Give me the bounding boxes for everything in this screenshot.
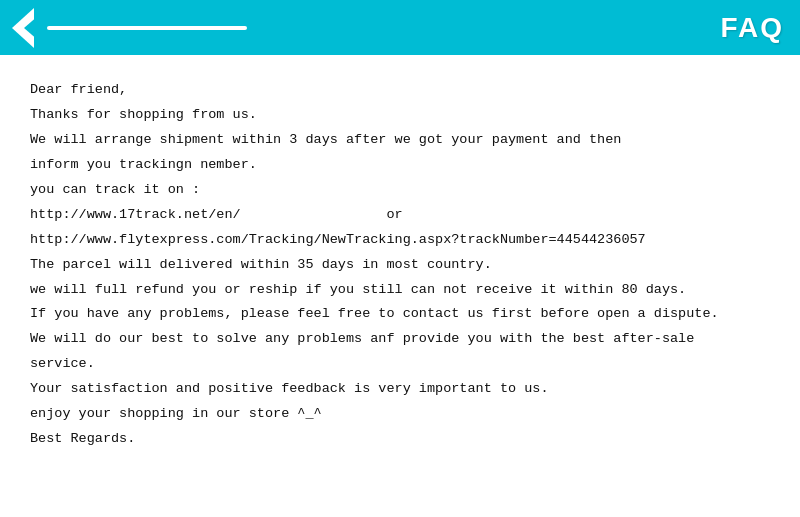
line5: you can track it on : xyxy=(30,179,770,202)
line9: we will full refund you or reship if you… xyxy=(30,279,770,302)
line6: http://www.17track.net/en/ or xyxy=(30,204,770,227)
line8: The parcel will delivered within 35 days… xyxy=(30,254,770,277)
line3: We will arrange shipment within 3 days a… xyxy=(30,129,770,152)
line4: inform you trackingn nember. xyxy=(30,154,770,177)
line10: If you have any problems, please feel fr… xyxy=(30,303,770,326)
arrow-icon xyxy=(8,8,39,48)
main-content: Dear friend, Thanks for shopping from us… xyxy=(0,55,800,473)
line11: We will do our best to solve any problem… xyxy=(30,328,770,351)
page-header: FAQ xyxy=(0,0,800,55)
line14: enjoy your shopping in our store ^_^ xyxy=(30,403,770,426)
line2: Thanks for shopping from us. xyxy=(30,104,770,127)
faq-title: FAQ xyxy=(700,0,800,55)
faq-label: FAQ xyxy=(720,12,784,44)
header-left xyxy=(0,8,800,48)
line15: Best Regards. xyxy=(30,428,770,451)
line1: Dear friend, xyxy=(30,79,770,102)
line13: Your satisfaction and positive feedback … xyxy=(30,378,770,401)
line7: http://www.flytexpress.com/Tracking/NewT… xyxy=(30,229,770,252)
header-line xyxy=(47,26,247,30)
line12: service. xyxy=(30,353,770,376)
